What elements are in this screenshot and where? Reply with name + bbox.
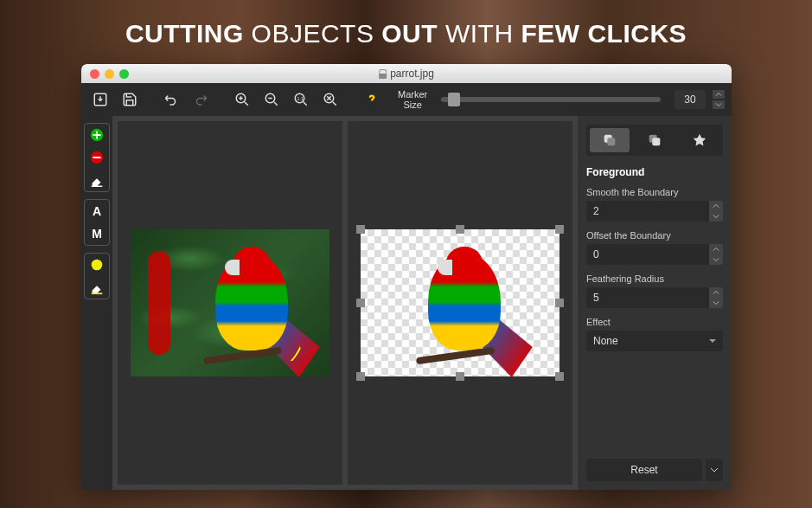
slider-handle[interactable] [448,93,460,106]
tool-sidebar: A M [81,116,112,490]
smooth-field: Smooth the Boundary 2 [586,187,723,222]
reset-row: Reset [586,459,723,481]
handle-top-mid[interactable] [456,225,464,234]
tab-foreground[interactable] [590,128,630,152]
offset-label: Offset the Boundary [586,230,723,241]
marker-size-stepper [713,89,725,110]
import-button[interactable] [88,87,112,112]
handle-top-right[interactable] [555,225,564,234]
source-pane[interactable] [118,121,342,485]
reset-button[interactable]: Reset [586,459,702,481]
feather-field: Feathering Radius 5 [586,273,723,308]
svg-point-8 [92,260,103,271]
undo-button[interactable] [159,87,183,112]
panel-tabs [586,125,723,156]
app-window: parrot.jpg 1:1 Marker Size 30 [81,64,732,490]
handle-bot-right[interactable] [555,372,564,381]
remove-marker-tool[interactable] [85,146,109,169]
main-toolbar: 1:1 Marker Size 30 [81,83,732,116]
handle-mid-left[interactable] [356,299,365,307]
reset-menu-button[interactable] [706,459,723,481]
handle-mid-right[interactable] [555,299,564,307]
close-button[interactable] [90,69,99,79]
svg-rect-10 [607,138,615,145]
feather-step-down[interactable] [709,298,723,308]
smooth-step-up[interactable] [709,201,723,211]
marker-size-slider[interactable] [441,97,661,102]
effect-label: Effect [586,317,723,327]
help-button[interactable] [360,87,384,112]
maximize-button[interactable] [119,69,129,79]
source-image [131,229,329,376]
eraser-tool[interactable] [85,169,109,191]
offset-field: Offset the Boundary 0 [586,230,723,265]
workspace: A M [81,116,732,490]
offset-step-up[interactable] [709,244,723,254]
traffic-lights [90,69,129,79]
zoom-actual-button[interactable]: 1:1 [289,87,313,112]
yellow-marker-tool[interactable] [85,254,109,276]
window-title: parrot.jpg [379,68,434,80]
handle-top-left[interactable] [356,225,365,234]
mode-m-button[interactable]: M [85,222,109,245]
feather-input[interactable]: 5 [586,287,709,308]
handle-bot-mid[interactable] [456,372,464,381]
effect-select[interactable]: None [586,331,723,351]
offset-input[interactable]: 0 [586,244,709,265]
svg-text:1:1: 1:1 [297,96,304,101]
feather-step-up[interactable] [709,287,723,298]
marker-size-value[interactable]: 30 [675,90,706,109]
svg-rect-12 [652,138,660,145]
promo-banner: CUTTING OBJECTS OUT WITH FEW CLICKS [0,0,812,64]
panel-heading: Foreground [586,166,723,178]
tab-background[interactable] [635,128,675,152]
add-marker-tool[interactable] [85,124,109,146]
titlebar: parrot.jpg [81,64,732,83]
crop-handles [356,225,564,381]
properties-panel: Foreground Smooth the Boundary 2 Offset … [578,116,732,490]
remove-marker-stroke [148,251,170,355]
redo-button[interactable] [189,87,213,112]
yellow-eraser-tool[interactable] [85,276,109,299]
zoom-out-button[interactable] [259,87,284,112]
lock-icon [379,70,387,78]
result-pane[interactable] [348,121,572,485]
smooth-label: Smooth the Boundary [586,187,723,197]
mode-a-button[interactable]: A [85,200,109,222]
selection-outline [191,240,312,370]
result-image [361,229,559,376]
smooth-input[interactable]: 2 [586,201,709,222]
zoom-fit-button[interactable] [318,87,342,112]
tab-favorites[interactable] [680,128,719,152]
parrot-subject [191,240,312,370]
stepper-up[interactable] [713,90,725,99]
save-button[interactable] [118,87,142,112]
zoom-in-button[interactable] [230,87,254,112]
feather-label: Feathering Radius [586,273,723,284]
offset-step-down[interactable] [709,254,723,265]
minimize-button[interactable] [105,69,114,79]
effect-field: Effect None [586,317,723,351]
canvas-area [112,116,578,490]
marker-size-label: Marker Size [398,89,427,110]
handle-bot-left[interactable] [356,372,365,381]
smooth-step-down[interactable] [709,211,723,222]
stepper-down[interactable] [713,100,725,109]
